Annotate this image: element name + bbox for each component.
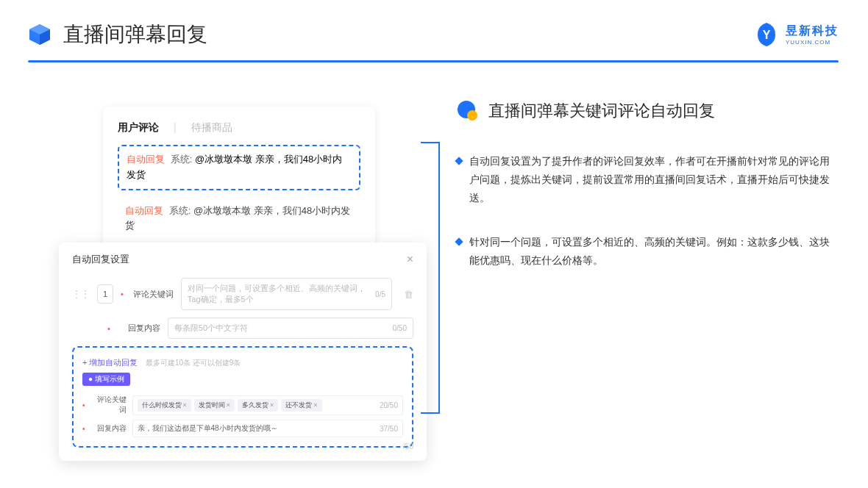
brand: Y 昱新科技 YUUXIN.COM [753, 21, 839, 48]
tab-pending-goods[interactable]: 待播商品 [191, 121, 232, 134]
tab-divider: | [174, 121, 177, 134]
bullet-item: 针对同一个问题，可设置多个相近的、高频的关键词。例如：这款多少钱、这块能优惠吗、… [456, 233, 839, 270]
add-hint: 最多可建10条 还可以创建9条 [146, 359, 241, 367]
ex-keyword-input[interactable]: 什么时候发货×发货时间×多久发货×还不发货× 20/50 [132, 395, 403, 415]
bullet-text: 自动回复设置为了提升作者的评论回复效率，作者可在开播前针对常见的评论用户问题，提… [469, 152, 831, 208]
tab-user-comments[interactable]: 用户评论 [118, 121, 159, 134]
tag-chip[interactable]: 多久发货× [238, 399, 278, 412]
ex-keyword-label: 评论关键词 [91, 395, 127, 415]
ex-content-input[interactable]: 亲，我们这边都是下单48小时内发货的哦～ 37/50 [132, 420, 403, 437]
brand-name: 昱新科技 [786, 24, 839, 39]
diamond-bullet-icon [455, 157, 463, 165]
page-title: 直播间弹幕回复 [63, 21, 753, 49]
float-count: /50 [403, 442, 413, 451]
brand-sub: YUUXIN.COM [786, 39, 839, 46]
keyword-count: 0/5 [375, 290, 385, 298]
comment-row: 自动回复 系统: @冰墩墩本墩 亲亲，我们48小时内发货 [118, 199, 360, 239]
brand-logo-icon: Y [753, 21, 780, 48]
example-badge: ● 填写示例 [82, 373, 130, 386]
keyword-placeholder: 对同一个问题，可设置多个相近、高频的关键词，Tag确定，最多5个 [188, 283, 375, 305]
page-header: 直播间弹幕回复 Y 昱新科技 YUUXIN.COM [0, 0, 868, 60]
required-dot: • [121, 290, 124, 298]
chat-bubble-icon [456, 99, 480, 123]
drag-handle-icon[interactable]: ⋮⋮ [72, 289, 90, 299]
ex-kw-count: 20/50 [380, 401, 398, 409]
keyword-label: 评论关键词 [131, 289, 174, 300]
ex-content-label: 回复内容 [91, 423, 127, 434]
bullet-text: 针对同一个问题，可设置多个相近的、高频的关键词。例如：这款多少钱、这块能优惠吗、… [469, 233, 831, 270]
svg-point-5 [467, 110, 477, 121]
tag-chip[interactable]: 什么时候发货× [138, 399, 191, 412]
required-dot: • [82, 425, 85, 433]
system-label: 系统: [169, 205, 191, 216]
right-column: 直播间弹幕关键词评论自动回复 自动回复设置为了提升作者的评论回复效率，作者可在开… [456, 92, 839, 295]
auto-reply-badge: 自动回复 [125, 205, 163, 216]
svg-text:Y: Y [763, 29, 771, 41]
add-auto-reply-link[interactable]: + 增加自动回复 [82, 358, 138, 367]
cube-icon [28, 23, 51, 46]
system-label: 系统: [171, 154, 193, 165]
trash-icon[interactable]: 🗑 [404, 289, 413, 300]
auto-reply-badge: 自动回复 [127, 154, 165, 165]
settings-card: 自动回复设置 × ⋮⋮ 1 • 评论关键词 对同一个问题，可设置多个相近、高频的… [59, 243, 427, 461]
left-column: 用户评论 | 待播商品 自动回复 系统: @冰墩墩本墩 亲亲，我们48小时内发货… [59, 92, 419, 295]
required-dot: • [82, 401, 85, 409]
content-count: 0/50 [393, 324, 407, 332]
ex-content-text: 亲，我们这边都是下单48小时内发货的哦～ [138, 423, 278, 434]
tag-container: 什么时候发货×发货时间×多久发货×还不发货× [138, 399, 325, 412]
tag-chip[interactable]: 还不发货× [281, 399, 321, 412]
ex-ct-count: 37/50 [380, 425, 398, 433]
keyword-input[interactable]: 对同一个问题，可设置多个相近、高频的关键词，Tag确定，最多5个 0/5 [181, 278, 392, 310]
comment-row-highlighted: 自动回复 系统: @冰墩墩本墩 亲亲，我们48小时内发货 [118, 145, 360, 190]
required-dot: • [107, 324, 110, 333]
close-icon[interactable]: × [407, 253, 413, 266]
diamond-bullet-icon [455, 237, 463, 245]
section-title: 直播间弹幕关键词评论自动回复 [488, 100, 715, 122]
settings-title: 自动回复设置 [72, 253, 129, 266]
content-label: 回复内容 [118, 323, 160, 334]
bullet-item: 自动回复设置为了提升作者的评论回复效率，作者可在开播前针对常见的评论用户问题，提… [456, 152, 839, 208]
example-block: + 增加自动回复 最多可建10条 还可以创建9条 ● 填写示例 • 评论关键词 … [72, 346, 413, 448]
tag-chip[interactable]: 发货时间× [194, 399, 235, 412]
content-placeholder: 每条限50个中文字符 [174, 323, 248, 334]
index-input[interactable]: 1 [97, 284, 113, 304]
content-input[interactable]: 每条限50个中文字符 0/50 [168, 317, 413, 339]
